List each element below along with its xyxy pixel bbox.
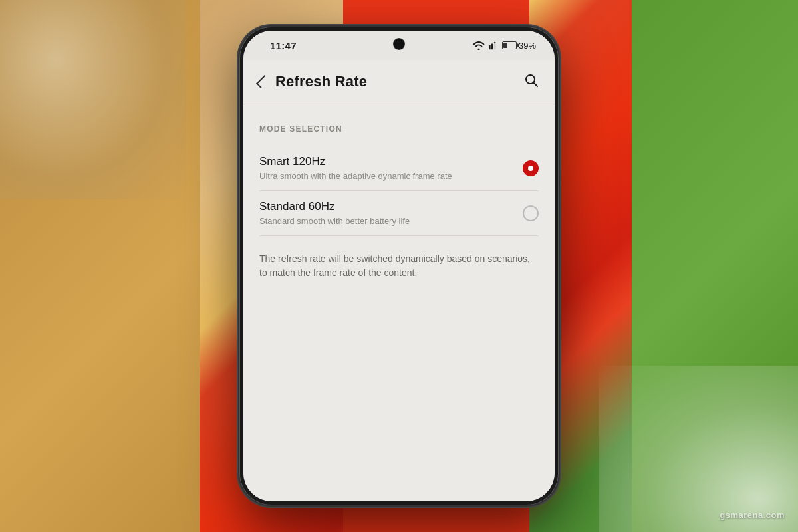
top-bar: Refresh Rate bbox=[243, 60, 555, 104]
battery-percent: 39% bbox=[519, 41, 536, 51]
section-label: MODE SELECTION bbox=[259, 124, 539, 134]
page-title: Refresh Rate bbox=[275, 73, 367, 90]
radio-standard-60hz[interactable] bbox=[523, 205, 539, 221]
search-icon bbox=[524, 73, 539, 88]
option-standard-60hz-text: Standard 60Hz Standard smooth with bette… bbox=[259, 200, 523, 226]
battery-indicator: 39% bbox=[502, 41, 536, 51]
background-topleft-gradient bbox=[0, 0, 186, 200]
back-chevron-icon bbox=[256, 75, 269, 88]
option-smart-120hz-title: Smart 120Hz bbox=[259, 155, 523, 168]
phone-wrapper: 11:47 bbox=[239, 27, 559, 505]
battery-bar bbox=[502, 41, 517, 49]
radio-smart-120hz[interactable] bbox=[523, 160, 539, 176]
option-smart-120hz-subtitle: Ultra smooth with the adaptive dynamic f… bbox=[259, 171, 523, 181]
description-text: The refresh rate will be switched dynami… bbox=[259, 252, 539, 280]
svg-rect-0 bbox=[489, 45, 491, 49]
phone-screen: 11:47 bbox=[243, 31, 555, 501]
top-bar-left: Refresh Rate bbox=[254, 73, 367, 90]
app-content: Refresh Rate MODE SELECTION bbox=[243, 60, 555, 501]
search-button[interactable] bbox=[521, 70, 541, 93]
svg-line-6 bbox=[534, 83, 538, 87]
status-time: 11:47 bbox=[270, 40, 297, 51]
option-standard-60hz[interactable]: Standard 60Hz Standard smooth with bette… bbox=[259, 191, 539, 236]
camera-punch-hole bbox=[394, 39, 404, 49]
option-standard-60hz-title: Standard 60Hz bbox=[259, 200, 523, 213]
option-standard-60hz-subtitle: Standard smooth with better battery life bbox=[259, 216, 523, 226]
phone-device: 11:47 bbox=[239, 27, 559, 505]
signal-icon bbox=[489, 41, 498, 50]
content-area: MODE SELECTION Smart 120Hz Ultra smooth … bbox=[243, 104, 555, 293]
svg-rect-1 bbox=[491, 43, 493, 49]
background-bottomright-gradient bbox=[598, 366, 798, 532]
back-button[interactable] bbox=[254, 73, 269, 90]
option-smart-120hz-text: Smart 120Hz Ultra smooth with the adapti… bbox=[259, 155, 523, 181]
status-icons: 39% bbox=[473, 41, 536, 51]
wifi-icon bbox=[473, 41, 485, 50]
watermark: gsmarena.com bbox=[720, 510, 785, 520]
option-smart-120hz[interactable]: Smart 120Hz Ultra smooth with the adapti… bbox=[259, 146, 539, 191]
battery-fill bbox=[503, 43, 507, 48]
